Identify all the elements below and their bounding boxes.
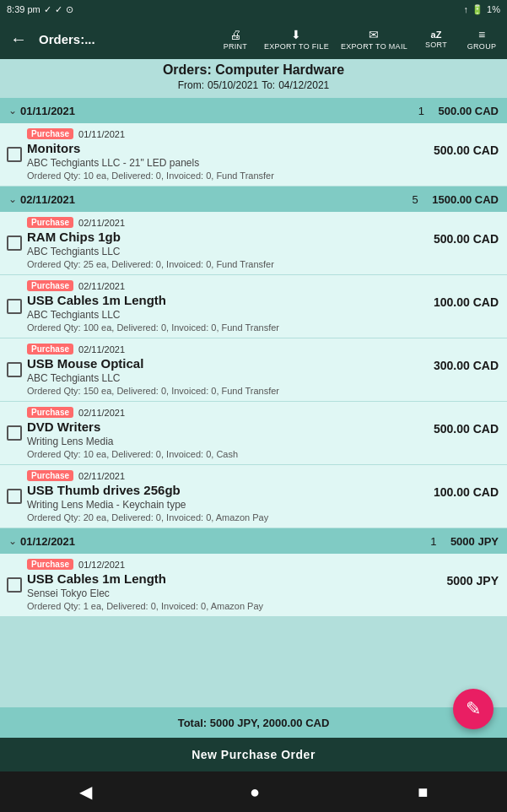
order-details-0-0: Ordered Qty: 10 ea, Delivered: 0, Invoic…: [27, 171, 414, 181]
order-item-1-2[interactable]: Purchase 02/11/2021 USB Mouse Optical AB…: [0, 338, 507, 402]
order-vendor-2-0: Sensei Tokyo Elec: [27, 587, 414, 599]
order-amount-0-0: 500.00 CAD: [414, 128, 499, 157]
order-amount-2-0: 5000 JPY: [414, 559, 499, 587]
group-button[interactable]: ≡ GROUP: [460, 24, 504, 54]
export-mail-label: EXPORT TO MAIL: [341, 42, 407, 51]
nav-square-icon: ■: [418, 782, 428, 801]
order-item-2-0[interactable]: Purchase 01/12/2021 USB Cables 1m Length…: [0, 554, 507, 617]
purchase-badge-2-0: Purchase: [27, 559, 73, 570]
order-item-1-4[interactable]: Purchase 02/11/2021 USB Thumb drives 256…: [0, 465, 507, 528]
nav-back-button[interactable]: ◀: [62, 775, 109, 809]
export-mail-button[interactable]: ✉ EXPORT TO MAIL: [336, 24, 413, 54]
order-name-1-4: USB Thumb drives 256gb: [27, 483, 414, 497]
order-content-1-3: Purchase 02/11/2021 DVD Writers Writing …: [27, 407, 414, 459]
group-count-2: 1: [417, 535, 450, 548]
purchase-badge-0-0: Purchase: [27, 128, 73, 139]
order-content-1-2: Purchase 02/11/2021 USB Mouse Optical AB…: [27, 344, 414, 396]
order-vendor-1-0: ABC Techgiants LLC: [27, 246, 414, 257]
order-checkbox-1-4[interactable]: [7, 489, 22, 504]
download-icon: ⬇: [291, 28, 301, 41]
main-content: Orders: Computer Hardware From: 05/10/20…: [0, 59, 507, 707]
order-amount-1-4: 100.00 CAD: [414, 470, 499, 499]
order-name-0-0: Monitors: [27, 141, 414, 155]
order-checkbox-2-0[interactable]: [7, 577, 22, 593]
toolbar-title: Orders:...: [35, 32, 212, 46]
new-purchase-label: New Purchase Order: [191, 748, 316, 761]
to-date: 04/12/2021: [278, 79, 329, 91]
page-title: Orders: Computer Hardware: [0, 62, 507, 78]
group-header-1[interactable]: ⌄ 02/11/2021 5 1500.00 CAD: [0, 187, 507, 212]
battery-percent: 1%: [487, 4, 500, 14]
sort-button[interactable]: aZ SORT: [414, 26, 458, 52]
export-file-button[interactable]: ⬇ EXPORT TO FILE: [259, 24, 334, 54]
order-vendor-1-2: ABC Techgiants LLC: [27, 372, 414, 384]
status-bar-left: 8:39 pm ✓ ✓ ⊙: [7, 4, 73, 15]
purchase-badge-1-3: Purchase: [27, 407, 73, 418]
sort-label: SORT: [425, 41, 447, 49]
order-details-2-0: Ordered Qty: 1 ea, Delivered: 0, Invoice…: [27, 601, 414, 611]
group-date-2: 01/12/2021: [20, 535, 417, 548]
order-date-1-3: 02/11/2021: [78, 408, 125, 418]
order-date-0-0: 01/11/2021: [78, 129, 125, 139]
group-header-2[interactable]: ⌄ 01/12/2021 1 5000 JPY: [0, 528, 507, 554]
nav-home-icon: ●: [250, 782, 260, 801]
order-date-1-2: 02/11/2021: [78, 344, 125, 355]
nav-home-button[interactable]: ●: [233, 776, 277, 809]
status-time: 8:39 pm: [7, 4, 40, 14]
print-icon: 🖨: [229, 28, 241, 41]
order-details-1-1: Ordered Qty: 100 ea, Delivered: 0, Invoi…: [27, 322, 414, 333]
new-purchase-button[interactable]: New Purchase Order: [0, 738, 507, 771]
nav-square-button[interactable]: ■: [401, 776, 445, 809]
order-checkbox-1-3[interactable]: [7, 425, 22, 441]
order-item-1-3[interactable]: Purchase 02/11/2021 DVD Writers Writing …: [0, 402, 507, 465]
chevron-down-icon: ⌄: [8, 193, 17, 205]
purchase-badge-1-4: Purchase: [27, 470, 73, 481]
group-amount-1: 1500.00 CAD: [432, 193, 499, 206]
print-label: PRINT: [224, 42, 248, 51]
total-label: Total: 5000 JPY, 2000.00 CAD: [178, 717, 330, 729]
order-vendor-1-4: Writing Lens Media - Keychain type: [27, 499, 414, 511]
battery-icon: 🔋: [472, 4, 483, 15]
order-vendor-1-3: Writing Lens Media: [27, 436, 414, 447]
purchase-badge-1-2: Purchase: [27, 344, 73, 355]
arrow-up-icon: ↑: [464, 4, 469, 14]
order-vendor-0-0: ABC Techgiants LLC - 21" LED panels: [27, 157, 414, 169]
mail-icon: ✉: [369, 28, 379, 41]
order-date-1-0: 02/11/2021: [78, 218, 125, 228]
to-label: To:: [262, 79, 275, 91]
order-amount-1-1: 100.00 CAD: [414, 280, 499, 309]
status-bar-right: ↑ 🔋 1%: [464, 4, 500, 15]
group-date-0: 01/11/2021: [20, 105, 404, 117]
order-header-0-0: Purchase 01/11/2021: [27, 128, 414, 139]
group-date-1: 02/11/2021: [20, 193, 398, 206]
order-checkbox-1-2[interactable]: [7, 362, 22, 377]
edit-icon: ✎: [466, 698, 481, 720]
group-count-1: 5: [398, 193, 432, 206]
group-count-0: 1: [404, 105, 438, 117]
groups-container: ⌄ 01/11/2021 1 500.00 CAD Purchase 01/11…: [0, 98, 507, 617]
order-details-1-0: Ordered Qty: 25 ea, Delivered: 0, Invoic…: [27, 259, 414, 269]
back-button[interactable]: ←: [3, 23, 34, 56]
group-header-0[interactable]: ⌄ 01/11/2021 1 500.00 CAD: [0, 98, 507, 123]
nav-bar: ◀ ● ■: [0, 771, 507, 812]
order-details-1-2: Ordered Qty: 150 ea, Delivered: 0, Invoi…: [27, 386, 414, 396]
order-item-0-0[interactable]: Purchase 01/11/2021 Monitors ABC Techgia…: [0, 123, 507, 187]
order-name-1-3: DVD Writers: [27, 420, 414, 434]
print-button[interactable]: 🖨 PRINT: [213, 24, 257, 54]
fab-button[interactable]: ✎: [453, 689, 494, 729]
export-file-label: EXPORT TO FILE: [264, 42, 329, 51]
order-date-2-0: 01/12/2021: [78, 560, 125, 570]
order-date-1-1: 02/11/2021: [78, 281, 125, 291]
order-name-1-1: USB Cables 1m Length: [27, 293, 414, 307]
group-label: GROUP: [467, 42, 497, 51]
purchase-badge-1-1: Purchase: [27, 280, 73, 291]
order-checkbox-1-0[interactable]: [7, 235, 22, 251]
order-checkbox-0-0[interactable]: [7, 147, 22, 162]
total-bar: Total: 5000 JPY, 2000.00 CAD: [0, 707, 507, 738]
order-amount-1-0: 500.00 CAD: [414, 217, 499, 246]
toolbar: ← Orders:... 🖨 PRINT ⬇ EXPORT TO FILE ✉ …: [0, 19, 507, 59]
order-header-1-2: Purchase 02/11/2021: [27, 344, 414, 355]
order-item-1-0[interactable]: Purchase 02/11/2021 RAM Chips 1gb ABC Te…: [0, 212, 507, 275]
order-checkbox-1-1[interactable]: [7, 299, 22, 314]
order-item-1-1[interactable]: Purchase 02/11/2021 USB Cables 1m Length…: [0, 275, 507, 338]
